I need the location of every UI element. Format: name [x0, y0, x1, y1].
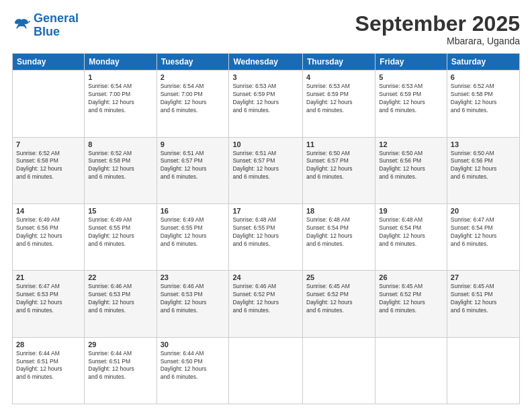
- day-info: Sunrise: 6:48 AM Sunset: 6:55 PM Dayligh…: [232, 216, 299, 248]
- calendar-cell: 1Sunrise: 6:54 AM Sunset: 7:00 PM Daylig…: [85, 71, 157, 137]
- calendar-cell: 30Sunrise: 6:44 AM Sunset: 6:50 PM Dayli…: [157, 337, 229, 404]
- day-number: 23: [161, 273, 226, 281]
- day-number: 24: [232, 273, 299, 281]
- day-number: 29: [88, 340, 152, 349]
- day-info: Sunrise: 6:52 AM Sunset: 6:58 PM Dayligh…: [16, 150, 81, 182]
- day-info: Sunrise: 6:48 AM Sunset: 6:54 PM Dayligh…: [379, 216, 443, 248]
- calendar-cell: 15Sunrise: 6:49 AM Sunset: 6:55 PM Dayli…: [85, 203, 157, 270]
- logo-text: General Blue: [34, 12, 79, 39]
- calendar-cell: [303, 337, 375, 404]
- day-number: 19: [379, 207, 443, 215]
- day-number: 27: [451, 273, 516, 281]
- weekday-header-saturday: Saturday: [447, 54, 519, 71]
- calendar-cell: 20Sunrise: 6:47 AM Sunset: 6:54 PM Dayli…: [447, 203, 519, 270]
- day-info: Sunrise: 6:53 AM Sunset: 6:59 PM Dayligh…: [232, 83, 299, 115]
- day-number: 8: [88, 140, 152, 148]
- calendar-cell: 12Sunrise: 6:50 AM Sunset: 6:56 PM Dayli…: [375, 137, 447, 203]
- logo-icon: [12, 16, 31, 35]
- weekday-header-row: SundayMondayTuesdayWednesdayThursdayFrid…: [13, 54, 520, 71]
- day-number: 10: [232, 140, 299, 148]
- week-row-0: 1Sunrise: 6:54 AM Sunset: 7:00 PM Daylig…: [13, 71, 520, 137]
- day-info: Sunrise: 6:46 AM Sunset: 6:53 PM Dayligh…: [161, 283, 226, 315]
- logo-line1: General: [34, 11, 79, 25]
- calendar-cell: [447, 337, 519, 404]
- day-info: Sunrise: 6:50 AM Sunset: 6:56 PM Dayligh…: [451, 150, 516, 182]
- calendar-cell: 16Sunrise: 6:49 AM Sunset: 6:55 PM Dayli…: [157, 203, 229, 270]
- day-number: 18: [306, 207, 371, 215]
- day-number: 22: [88, 273, 152, 281]
- day-info: Sunrise: 6:49 AM Sunset: 6:55 PM Dayligh…: [161, 216, 226, 248]
- calendar-cell: 25Sunrise: 6:45 AM Sunset: 6:52 PM Dayli…: [303, 271, 375, 337]
- day-info: Sunrise: 6:54 AM Sunset: 7:00 PM Dayligh…: [88, 83, 152, 115]
- title-block: September 2025 Mbarara, Uganda: [355, 12, 520, 46]
- weekday-header-tuesday: Tuesday: [157, 54, 229, 71]
- day-info: Sunrise: 6:53 AM Sunset: 6:59 PM Dayligh…: [379, 83, 443, 115]
- day-info: Sunrise: 6:44 AM Sunset: 6:50 PM Dayligh…: [161, 350, 226, 382]
- week-row-1: 7Sunrise: 6:52 AM Sunset: 6:58 PM Daylig…: [13, 137, 520, 203]
- day-number: 17: [232, 207, 299, 215]
- day-number: 30: [161, 340, 226, 349]
- month-title: September 2025: [355, 12, 520, 36]
- day-info: Sunrise: 6:46 AM Sunset: 6:52 PM Dayligh…: [232, 283, 299, 315]
- calendar-cell: 23Sunrise: 6:46 AM Sunset: 6:53 PM Dayli…: [157, 271, 229, 337]
- day-number: 6: [451, 73, 516, 81]
- day-number: 13: [451, 140, 516, 148]
- calendar-cell: 9Sunrise: 6:51 AM Sunset: 6:57 PM Daylig…: [157, 137, 229, 203]
- day-number: 12: [379, 140, 443, 148]
- day-info: Sunrise: 6:53 AM Sunset: 6:59 PM Dayligh…: [306, 83, 371, 115]
- logo-line2: Blue: [34, 26, 79, 39]
- day-info: Sunrise: 6:45 AM Sunset: 6:52 PM Dayligh…: [379, 283, 443, 315]
- day-number: 3: [232, 73, 299, 81]
- day-number: 9: [161, 140, 226, 148]
- day-number: 7: [16, 140, 81, 148]
- calendar-cell: 26Sunrise: 6:45 AM Sunset: 6:52 PM Dayli…: [375, 271, 447, 337]
- location-subtitle: Mbarara, Uganda: [355, 36, 520, 46]
- calendar-cell: 4Sunrise: 6:53 AM Sunset: 6:59 PM Daylig…: [303, 71, 375, 137]
- day-number: 28: [16, 340, 81, 349]
- day-info: Sunrise: 6:52 AM Sunset: 6:58 PM Dayligh…: [88, 150, 152, 182]
- calendar-table: SundayMondayTuesdayWednesdayThursdayFrid…: [12, 53, 520, 404]
- calendar-cell: 5Sunrise: 6:53 AM Sunset: 6:59 PM Daylig…: [375, 71, 447, 137]
- calendar-cell: 3Sunrise: 6:53 AM Sunset: 6:59 PM Daylig…: [229, 71, 303, 137]
- day-info: Sunrise: 6:48 AM Sunset: 6:54 PM Dayligh…: [306, 216, 371, 248]
- calendar-cell: [13, 71, 85, 137]
- page: General Blue September 2025 Mbarara, Uga…: [0, 0, 532, 411]
- day-number: 16: [161, 207, 226, 215]
- day-info: Sunrise: 6:50 AM Sunset: 6:57 PM Dayligh…: [306, 150, 371, 182]
- calendar-cell: 13Sunrise: 6:50 AM Sunset: 6:56 PM Dayli…: [447, 137, 519, 203]
- weekday-header-friday: Friday: [375, 54, 447, 71]
- day-info: Sunrise: 6:45 AM Sunset: 6:52 PM Dayligh…: [306, 283, 371, 315]
- day-info: Sunrise: 6:54 AM Sunset: 7:00 PM Dayligh…: [161, 83, 226, 115]
- weekday-header-monday: Monday: [85, 54, 157, 71]
- day-info: Sunrise: 6:49 AM Sunset: 6:55 PM Dayligh…: [88, 216, 152, 248]
- calendar-cell: 11Sunrise: 6:50 AM Sunset: 6:57 PM Dayli…: [303, 137, 375, 203]
- calendar-cell: [375, 337, 447, 404]
- calendar-cell: 6Sunrise: 6:52 AM Sunset: 6:58 PM Daylig…: [447, 71, 519, 137]
- day-number: 4: [306, 73, 371, 81]
- day-number: 2: [161, 73, 226, 81]
- day-number: 15: [88, 207, 152, 215]
- day-number: 26: [379, 273, 443, 281]
- calendar-cell: 2Sunrise: 6:54 AM Sunset: 7:00 PM Daylig…: [157, 71, 229, 137]
- calendar-cell: 7Sunrise: 6:52 AM Sunset: 6:58 PM Daylig…: [13, 137, 85, 203]
- day-info: Sunrise: 6:49 AM Sunset: 6:56 PM Dayligh…: [16, 216, 81, 248]
- day-info: Sunrise: 6:52 AM Sunset: 6:58 PM Dayligh…: [451, 83, 516, 115]
- day-number: 11: [306, 140, 371, 148]
- day-info: Sunrise: 6:51 AM Sunset: 6:57 PM Dayligh…: [232, 150, 299, 182]
- calendar-cell: 10Sunrise: 6:51 AM Sunset: 6:57 PM Dayli…: [229, 137, 303, 203]
- calendar-cell: 28Sunrise: 6:44 AM Sunset: 6:51 PM Dayli…: [13, 337, 85, 404]
- logo: General Blue: [12, 12, 79, 39]
- week-row-4: 28Sunrise: 6:44 AM Sunset: 6:51 PM Dayli…: [13, 337, 520, 404]
- day-number: 5: [379, 73, 443, 81]
- day-info: Sunrise: 6:47 AM Sunset: 6:53 PM Dayligh…: [16, 283, 81, 315]
- calendar-cell: 19Sunrise: 6:48 AM Sunset: 6:54 PM Dayli…: [375, 203, 447, 270]
- calendar-cell: 24Sunrise: 6:46 AM Sunset: 6:52 PM Dayli…: [229, 271, 303, 337]
- calendar-cell: 29Sunrise: 6:44 AM Sunset: 6:51 PM Dayli…: [85, 337, 157, 404]
- calendar-cell: 17Sunrise: 6:48 AM Sunset: 6:55 PM Dayli…: [229, 203, 303, 270]
- day-number: 14: [16, 207, 81, 215]
- day-number: 20: [451, 207, 516, 215]
- day-number: 1: [88, 73, 152, 81]
- calendar-cell: 22Sunrise: 6:46 AM Sunset: 6:53 PM Dayli…: [85, 271, 157, 337]
- calendar-cell: [229, 337, 303, 404]
- calendar-cell: 27Sunrise: 6:45 AM Sunset: 6:51 PM Dayli…: [447, 271, 519, 337]
